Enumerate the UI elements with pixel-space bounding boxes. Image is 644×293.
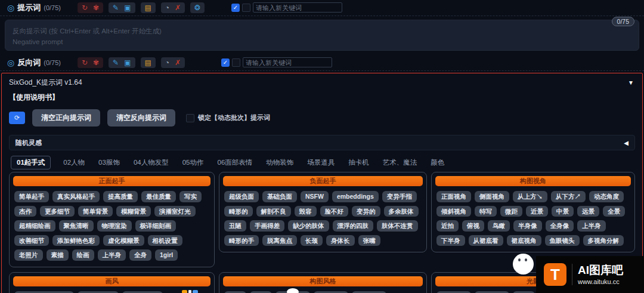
keyword-enable-checkbox[interactable]: ✓: [231, 4, 240, 12]
tag-button[interactable]: 鱼眼镜头: [545, 235, 580, 246]
tag-panel-header[interactable]: 画风: [13, 276, 210, 286]
new-keyword-input[interactable]: [253, 2, 342, 13]
gear-red-icon[interactable]: ✾: [93, 4, 99, 11]
tag-button[interactable]: 远景: [577, 206, 599, 217]
save-box-icon[interactable]: ▣: [124, 59, 131, 66]
tag-button[interactable]: 中景: [552, 206, 574, 217]
edit-note-icon[interactable]: ✎: [113, 4, 119, 11]
tag-panel-header[interactable]: 构图风格: [223, 276, 423, 286]
tag-button[interactable]: 正面视角: [436, 191, 471, 202]
tag-button[interactable]: 半身像: [513, 220, 542, 232]
tag-button[interactable]: 简单背景: [78, 206, 113, 217]
tab-2[interactable]: 02人物: [62, 156, 86, 169]
floating-button-partial[interactable]: [287, 288, 299, 293]
edit-note-icon[interactable]: ✎: [113, 59, 119, 66]
tag-button[interactable]: 脸不好: [320, 206, 349, 217]
tag-button[interactable]: 俯视: [462, 220, 484, 232]
user-manual-link[interactable]: 【使用说明书】: [9, 92, 635, 103]
tag-button[interactable]: 1girl: [155, 249, 178, 261]
tab-6[interactable]: 06面部表情: [216, 156, 253, 169]
history-icon[interactable]: ◔: [165, 4, 169, 11]
tag-button[interactable]: 下半身: [436, 235, 465, 246]
tag-button[interactable]: 从上方↘: [513, 191, 547, 202]
tag-button[interactable]: 张嘴: [358, 235, 380, 246]
tag-button[interactable]: 近景: [526, 206, 548, 217]
tag-panel-header[interactable]: 正面起手: [13, 176, 210, 186]
tag-button[interactable]: 变异手指: [382, 191, 417, 202]
tag-button[interactable]: 解剖不良: [256, 206, 291, 217]
tag-panel-header[interactable]: 构图视角: [435, 176, 631, 186]
tab-4[interactable]: 04人物发型: [132, 156, 170, 169]
tag-button[interactable]: 多余肢体: [384, 206, 419, 217]
clear-positive-prompt-button[interactable]: 清空正向提示词: [32, 109, 100, 127]
negative-prompt-textarea[interactable]: 反向提示词 (按 Ctrl+Enter 或 Alt+Enter 开始生成) Ne…: [5, 20, 639, 51]
clear-negative-prompt-button[interactable]: 清空反向提示词: [107, 109, 175, 127]
tag-button[interactable]: 光追: [513, 291, 535, 293]
tag-button[interactable]: 简单起手: [14, 191, 49, 202]
tag-button[interactable]: 提高质量: [103, 191, 138, 202]
tag-button[interactable]: 倾斜视角: [436, 206, 471, 217]
tag-button[interactable]: 超级负面: [224, 191, 259, 202]
tag-button[interactable]: 上半身: [98, 249, 126, 261]
tag-button[interactable]: 更多细节: [40, 206, 75, 217]
tag-button[interactable]: 添加鲜艳色彩: [52, 235, 100, 246]
history-icon[interactable]: ◔: [165, 59, 169, 66]
tag-button[interactable]: 电影光效: [436, 291, 471, 293]
tag-button[interactable]: 超高分辨率: [78, 291, 119, 293]
archive-icon[interactable]: ▤: [145, 4, 151, 11]
tag-button[interactable]: 物理渲染: [97, 220, 132, 232]
tag-button[interactable]: 全身像: [546, 220, 574, 232]
tag-button[interactable]: 动态角度: [589, 191, 624, 202]
tab-3[interactable]: 03服饰: [97, 156, 121, 169]
tag-button[interactable]: 幻想艺术: [352, 291, 386, 293]
collapse-panel-icon[interactable]: ▼: [628, 79, 634, 86]
keyword-secondary-checkbox[interactable]: [242, 4, 250, 12]
tag-button[interactable]: 摄影: [250, 291, 272, 293]
tag-button[interactable]: 超精细绘画: [14, 220, 55, 232]
tag-button[interactable]: 近拍: [436, 220, 459, 232]
tag-button[interactable]: 老照片: [14, 249, 43, 261]
tag-button[interactable]: 极高分辨率: [122, 291, 163, 293]
tab-10[interactable]: 艺术、魔法: [382, 156, 419, 169]
tag-button[interactable]: 最佳质量: [141, 191, 176, 202]
new-keyword-input[interactable]: [243, 57, 332, 67]
random-inspiration-accordion[interactable]: 随机灵感 ◀: [9, 135, 635, 150]
tag-button[interactable]: 绘画: [72, 249, 94, 261]
tag-button[interactable]: 从裙底看: [469, 235, 503, 246]
tag-button[interactable]: 长颈: [301, 235, 323, 246]
tag-button[interactable]: 畸形的手: [224, 235, 259, 246]
random-red-icon[interactable]: ↻: [82, 59, 88, 66]
keyword-enable-checkbox[interactable]: ✓: [221, 58, 230, 67]
trash-icon[interactable]: ✗: [175, 59, 181, 66]
tag-button[interactable]: 虚化模糊景: [103, 235, 144, 246]
save-box-icon[interactable]: ▣: [124, 4, 131, 11]
tag-button[interactable]: 手画得差: [250, 220, 284, 232]
tag-button[interactable]: 全身: [129, 249, 151, 261]
tag-button[interactable]: 缺少的肢体: [288, 220, 329, 232]
tag-button[interactable]: 鸟瞰: [488, 220, 510, 232]
tag-button[interactable]: 畸形的: [224, 206, 253, 217]
tag-button[interactable]: embeddings: [332, 191, 379, 202]
tag-button[interactable]: 改善细节: [14, 235, 49, 246]
tag-button[interactable]: 极详细刻画: [135, 220, 177, 232]
tag-button[interactable]: 镜头光晕: [475, 291, 509, 293]
keyword-secondary-checkbox[interactable]: [232, 58, 240, 67]
tag-button[interactable]: 写实: [179, 191, 202, 202]
tag-button[interactable]: 从下方↗: [551, 191, 586, 202]
sphere-icon[interactable]: ❂: [194, 4, 200, 11]
gear-red-icon[interactable]: ✾: [93, 59, 99, 66]
tag-button[interactable]: 高分辨率（常用）: [14, 291, 74, 293]
tag-button[interactable]: 丑陋: [224, 220, 246, 232]
lock-dynamic-batch-checkbox[interactable]: [186, 114, 194, 122]
tag-button[interactable]: 模糊背景: [116, 206, 151, 217]
tag-button[interactable]: 多视角分解: [583, 235, 624, 246]
tag-button[interactable]: 连环漫画: [314, 291, 348, 293]
tag-button[interactable]: 特写: [475, 206, 497, 217]
tag-button[interactable]: 毁容: [295, 206, 317, 217]
tag-button[interactable]: 微距: [500, 206, 522, 217]
tag-button[interactable]: 真实风格起手: [52, 191, 100, 202]
tag-button[interactable]: 脱离焦点: [262, 235, 297, 246]
refresh-button[interactable]: ⟳: [9, 112, 25, 124]
tab-7[interactable]: 动物装饰: [265, 156, 295, 169]
tag-button[interactable]: NSFW: [301, 191, 329, 202]
